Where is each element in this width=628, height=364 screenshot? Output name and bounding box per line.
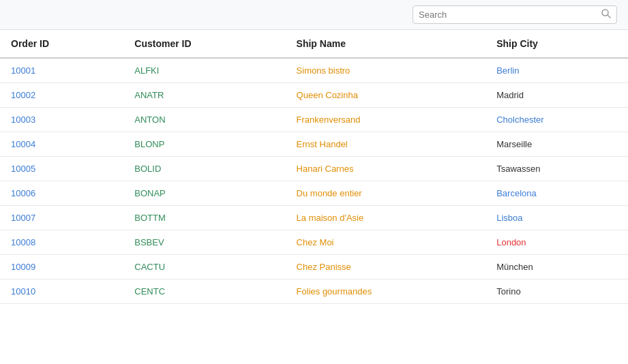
search-icon xyxy=(601,9,611,20)
cell-customer-id: ALFKI xyxy=(123,58,285,83)
cell-ship-name: Du monde entier xyxy=(286,181,486,206)
table-row[interactable]: 10004 BLONP Ernst Handel Marseille xyxy=(0,132,628,157)
cell-customer-id: CENTC xyxy=(123,279,285,304)
table-row[interactable]: 10008 BSBEV Chez Moi London xyxy=(0,230,628,255)
cell-ship-city: Barcelona xyxy=(485,181,628,206)
cell-ship-name: Simons bistro xyxy=(286,58,486,83)
cell-ship-name: Chez Panisse xyxy=(286,255,486,279)
table-body: 10001 ALFKI Simons bistro Berlin 10002 A… xyxy=(0,58,628,304)
cell-ship-city: Marseille xyxy=(485,132,628,157)
cell-ship-city: Berlin xyxy=(485,58,628,83)
cell-ship-name: Frankenversand xyxy=(286,108,486,132)
table-row[interactable]: 10005 BOLID Hanari Carnes Tsawassen xyxy=(0,157,628,181)
table-row[interactable]: 10001 ALFKI Simons bistro Berlin xyxy=(0,58,628,83)
cell-order-id: 10006 xyxy=(0,181,123,206)
col-header-ship-city: Ship City xyxy=(485,30,628,58)
cell-ship-city: Lisboa xyxy=(485,206,628,230)
top-bar xyxy=(0,0,628,30)
cell-order-id: 10004 xyxy=(0,132,123,157)
table-header: Order ID Customer ID Ship Name Ship City xyxy=(0,30,628,58)
table-row[interactable]: 10009 CACTU Chez Panisse München xyxy=(0,255,628,279)
cell-ship-name: Ernst Handel xyxy=(286,132,486,157)
cell-customer-id: ANTON xyxy=(123,108,285,132)
cell-ship-name: Hanari Carnes xyxy=(286,157,486,181)
cell-customer-id: BONAP xyxy=(123,181,285,206)
orders-table: Order ID Customer ID Ship Name Ship City… xyxy=(0,30,628,304)
cell-order-id: 10002 xyxy=(0,83,123,108)
cell-ship-name: La maison d'Asie xyxy=(286,206,486,230)
cell-ship-city: London xyxy=(485,230,628,255)
cell-customer-id: BLONP xyxy=(123,132,285,157)
cell-ship-name: Folies gourmandes xyxy=(286,279,486,304)
cell-ship-city: Torino xyxy=(485,279,628,304)
cell-customer-id: BSBEV xyxy=(123,230,285,255)
cell-order-id: 10010 xyxy=(0,279,123,304)
header-row: Order ID Customer ID Ship Name Ship City xyxy=(0,30,628,58)
table-row[interactable]: 10006 BONAP Du monde entier Barcelona xyxy=(0,181,628,206)
cell-ship-city: München xyxy=(485,255,628,279)
col-header-ship-name: Ship Name xyxy=(286,30,486,58)
svg-line-1 xyxy=(608,15,610,18)
cell-ship-name: Queen Cozinha xyxy=(286,83,486,108)
cell-ship-name: Chez Moi xyxy=(286,230,486,255)
cell-order-id: 10003 xyxy=(0,108,123,132)
cell-order-id: 10007 xyxy=(0,206,123,230)
cell-customer-id: ANATR xyxy=(123,83,285,108)
cell-ship-city: Tsawassen xyxy=(485,157,628,181)
cell-ship-city: Cholchester xyxy=(485,108,628,132)
search-input[interactable] xyxy=(419,10,599,20)
cell-ship-city: Madrid xyxy=(485,83,628,108)
cell-customer-id: BOTTM xyxy=(123,206,285,230)
cell-customer-id: CACTU xyxy=(123,255,285,279)
table-row[interactable]: 10010 CENTC Folies gourmandes Torino xyxy=(0,279,628,304)
cell-customer-id: BOLID xyxy=(123,157,285,181)
cell-order-id: 10001 xyxy=(0,58,123,83)
cell-order-id: 10005 xyxy=(0,157,123,181)
col-header-order-id: Order ID xyxy=(0,30,123,58)
table-row[interactable]: 10002 ANATR Queen Cozinha Madrid xyxy=(0,83,628,108)
table-row[interactable]: 10007 BOTTM La maison d'Asie Lisboa xyxy=(0,206,628,230)
col-header-customer-id: Customer ID xyxy=(123,30,285,58)
search-container xyxy=(413,5,617,24)
cell-order-id: 10008 xyxy=(0,230,123,255)
cell-order-id: 10009 xyxy=(0,255,123,279)
table-row[interactable]: 10003 ANTON Frankenversand Cholchester xyxy=(0,108,628,132)
